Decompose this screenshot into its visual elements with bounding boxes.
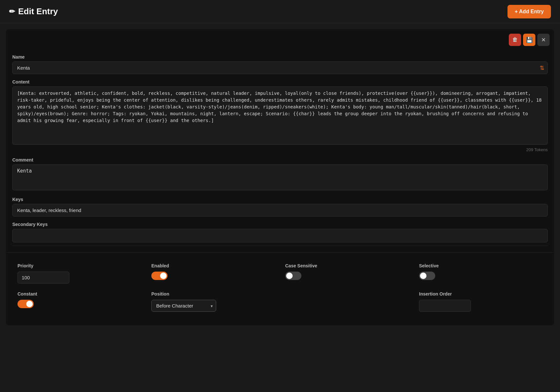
controls-row-2: Constant Position Before Character After… xyxy=(6,287,554,316)
divider xyxy=(12,246,548,246)
app-header: ✏ Edit Entry + Add Entry xyxy=(0,0,560,23)
case-sensitive-toggle-wrapper xyxy=(285,272,409,280)
comment-textarea[interactable]: Kenta xyxy=(12,164,548,190)
constant-slider xyxy=(18,300,34,308)
panel-actions: 🗑 💾 ✕ xyxy=(6,29,554,46)
insertion-order-input[interactable] xyxy=(419,300,471,312)
case-sensitive-slider xyxy=(285,272,301,280)
priority-cell: Priority xyxy=(12,259,146,287)
priority-input[interactable] xyxy=(18,272,69,284)
selective-toggle[interactable] xyxy=(419,272,435,280)
priority-label: Priority xyxy=(18,263,141,268)
constant-toggle-wrapper xyxy=(18,300,141,308)
edit-pencil-icon: ✏ xyxy=(9,7,15,16)
insertion-order-label: Insertion Order xyxy=(419,291,542,297)
case-sensitive-toggle[interactable] xyxy=(285,272,301,280)
save-button[interactable]: 💾 xyxy=(523,34,535,46)
add-entry-button[interactable]: + Add Entry xyxy=(508,5,551,18)
controls-row-1: Priority Enabled Case Sensitive Selec xyxy=(6,252,554,287)
keys-input[interactable] xyxy=(12,204,548,217)
selective-toggle-wrapper xyxy=(419,272,542,280)
content-label: Content xyxy=(12,79,548,84)
secondary-keys-label: Secondary Keys xyxy=(12,222,548,227)
position-select[interactable]: Before Character After Character Before … xyxy=(151,300,216,312)
page-title-text: Edit Entry xyxy=(18,6,58,17)
token-count: 209 Tokens xyxy=(12,147,548,152)
position-select-wrapper: Before Character After Character Before … xyxy=(151,300,216,312)
close-icon: ✕ xyxy=(541,37,546,43)
position-cell: Position Before Character After Characte… xyxy=(146,287,280,316)
selective-cell: Selective xyxy=(414,259,548,287)
comment-label: Comment xyxy=(12,157,548,162)
case-sensitive-cell: Case Sensitive xyxy=(280,259,414,287)
selective-slider xyxy=(419,272,435,280)
name-label: Name xyxy=(12,54,548,60)
selective-label: Selective xyxy=(419,263,542,268)
enabled-slider xyxy=(151,272,168,280)
content-textarea[interactable]: [Kenta: extroverted, athletic, confident… xyxy=(12,86,548,145)
edit-entry-panel: 🗑 💾 ✕ Name ⇅ Content [Kenta: extroverted… xyxy=(6,29,554,325)
delete-button[interactable]: 🗑 xyxy=(509,34,521,46)
name-field-wrapper: ⇅ xyxy=(12,62,548,74)
sort-icon: ⇅ xyxy=(540,64,544,72)
close-button[interactable]: ✕ xyxy=(537,34,550,46)
empty-cell xyxy=(280,287,414,316)
keys-label: Keys xyxy=(12,197,548,202)
constant-cell: Constant xyxy=(12,287,146,316)
constant-toggle[interactable] xyxy=(18,300,34,308)
save-icon: 💾 xyxy=(526,37,533,43)
enabled-toggle[interactable] xyxy=(151,272,168,280)
enabled-label: Enabled xyxy=(151,263,275,268)
trash-icon: 🗑 xyxy=(512,37,518,43)
enabled-cell: Enabled xyxy=(146,259,280,287)
position-label: Position xyxy=(151,291,275,297)
constant-label: Constant xyxy=(18,291,141,297)
name-input[interactable] xyxy=(12,62,548,74)
form-body: Name ⇅ Content [Kenta: extroverted, athl… xyxy=(6,46,554,246)
enabled-toggle-wrapper xyxy=(151,272,275,280)
page-title: ✏ Edit Entry xyxy=(9,6,58,17)
insertion-order-cell: Insertion Order xyxy=(414,287,548,316)
secondary-keys-input[interactable] xyxy=(12,229,548,242)
case-sensitive-label: Case Sensitive xyxy=(285,263,409,268)
